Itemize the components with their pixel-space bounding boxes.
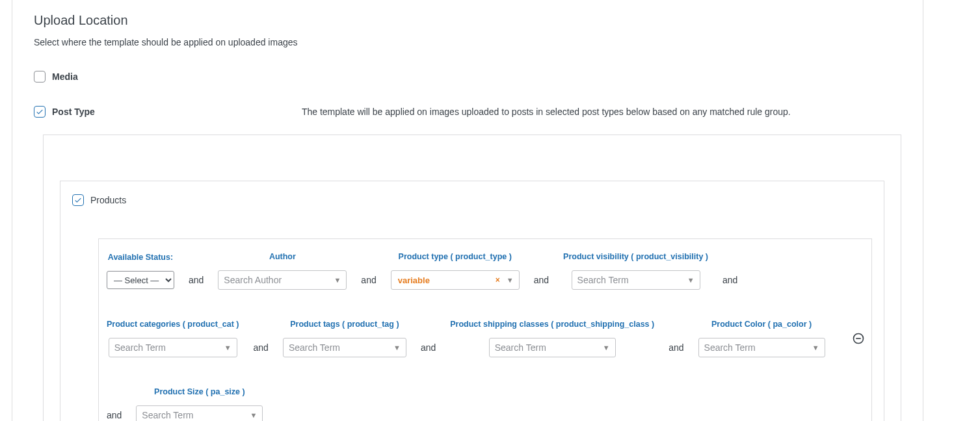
- caret-down-icon: ▼: [603, 344, 610, 351]
- field-categories: Product categories ( product_cat ) Searc…: [107, 320, 239, 357]
- field-label-color: Product Color ( pa_color ): [711, 320, 812, 329]
- caret-down-icon: ▼: [507, 276, 514, 284]
- media-row: Media: [34, 71, 901, 83]
- field-product-type: Product type ( product_type ) variable ×…: [391, 252, 520, 290]
- author-combo[interactable]: Search Author ▼: [218, 270, 347, 290]
- posttype-label: Post Type: [52, 106, 95, 118]
- and-label: and: [107, 410, 122, 420]
- and-label: and: [669, 342, 683, 353]
- field-label-author: Author: [269, 252, 296, 261]
- section-title: Upload Location: [34, 13, 901, 28]
- color-placeholder: Search Term: [704, 342, 808, 353]
- product-type-combo[interactable]: variable × ▼: [391, 270, 520, 290]
- status-select[interactable]: — Select —: [107, 271, 174, 289]
- shipping-combo[interactable]: Search Term ▼: [489, 338, 616, 357]
- rule-group: Available Status: — Select — and Author …: [98, 238, 872, 421]
- products-label: Products: [90, 194, 126, 206]
- size-combo[interactable]: Search Term ▼: [136, 405, 263, 421]
- section-description: Select where the template should be appl…: [34, 37, 901, 47]
- remove-tag-icon[interactable]: ×: [496, 275, 500, 285]
- field-color: Product Color ( pa_color ) Search Term ▼: [698, 320, 825, 357]
- posttype-help: The template will be applied on images u…: [302, 106, 791, 118]
- shipping-placeholder: Search Term: [495, 342, 599, 353]
- product-type-value: variable: [397, 275, 492, 285]
- remove-rule-group-icon[interactable]: [852, 332, 865, 345]
- field-label-size: Product Size ( pa_size ): [154, 387, 245, 396]
- and-label: and: [534, 275, 549, 285]
- field-author: Author Search Author ▼: [218, 252, 347, 290]
- rule-fields: Available Status: — Select — and Author …: [107, 252, 844, 421]
- visibility-combo[interactable]: Search Term ▼: [572, 270, 700, 290]
- tags-combo[interactable]: Search Term ▼: [283, 338, 406, 357]
- field-label-visibility: Product visibility ( product_visibility …: [563, 252, 708, 261]
- categories-combo[interactable]: Search Term ▼: [109, 338, 237, 357]
- field-size: Product Size ( pa_size ) Search Term ▼: [136, 387, 263, 421]
- caret-down-icon: ▼: [812, 344, 819, 351]
- check-icon: [73, 196, 83, 205]
- caret-down-icon: ▼: [334, 276, 341, 284]
- products-checkbox[interactable]: [72, 194, 84, 206]
- caret-down-icon: ▼: [250, 411, 257, 419]
- field-visibility: Product visibility ( product_visibility …: [563, 252, 708, 290]
- field-label-tags: Product tags ( product_tag ): [290, 320, 399, 329]
- tags-placeholder: Search Term: [289, 342, 390, 353]
- color-combo[interactable]: Search Term ▼: [698, 338, 825, 357]
- caret-down-icon: ▼: [224, 344, 232, 351]
- products-row: Products: [72, 194, 872, 206]
- posttype-row: Post Type The template will be applied o…: [34, 106, 901, 118]
- field-shipping: Product shipping classes ( product_shipp…: [450, 320, 654, 357]
- field-label-shipping: Product shipping classes ( product_shipp…: [450, 320, 654, 329]
- field-label-categories: Product categories ( product_cat ): [107, 320, 239, 329]
- upload-location-panel: Upload Location Select where the templat…: [12, 0, 923, 421]
- author-placeholder: Search Author: [224, 275, 330, 285]
- and-label: and: [722, 275, 737, 285]
- and-label: and: [254, 342, 269, 353]
- check-icon: [35, 107, 44, 116]
- field-label-status: Available Status:: [108, 253, 173, 262]
- and-label: and: [361, 275, 376, 285]
- media-checkbox[interactable]: [34, 71, 46, 83]
- and-label: and: [189, 275, 204, 285]
- caret-down-icon: ▼: [393, 344, 401, 351]
- posttype-rules-panel: Products Available Status: — Select — an…: [43, 134, 901, 421]
- categories-placeholder: Search Term: [114, 342, 220, 353]
- field-status: Available Status: — Select —: [107, 253, 174, 289]
- visibility-placeholder: Search Term: [577, 275, 683, 285]
- and-label: and: [421, 342, 436, 353]
- size-placeholder: Search Term: [142, 410, 246, 420]
- media-label: Media: [52, 71, 78, 83]
- posttype-checkbox[interactable]: [34, 106, 46, 118]
- field-label-product-type: Product type ( product_type ): [399, 252, 512, 261]
- products-panel: Products Available Status: — Select — an…: [60, 181, 884, 421]
- field-tags: Product tags ( product_tag ) Search Term…: [283, 320, 406, 357]
- caret-down-icon: ▼: [687, 276, 695, 284]
